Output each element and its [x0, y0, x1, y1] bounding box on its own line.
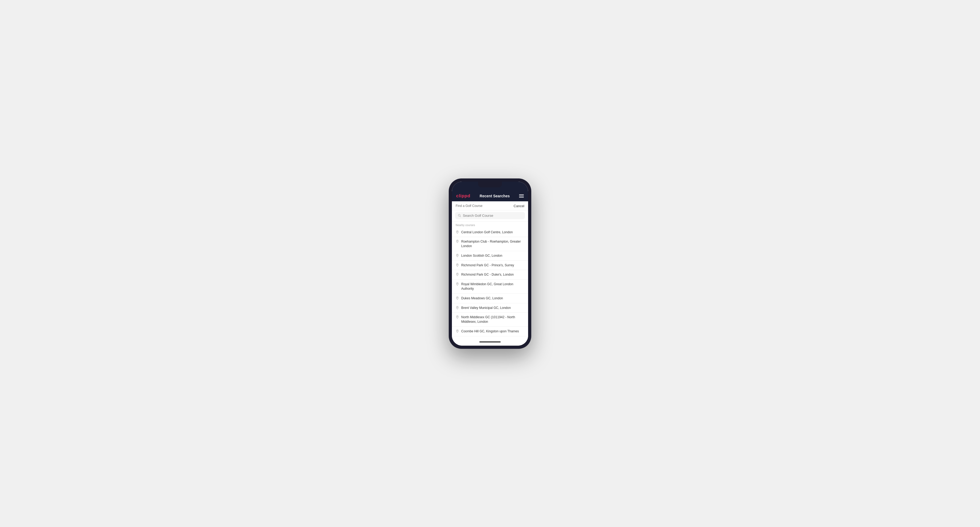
list-item[interactable]: North Middlesex GC (1011942 - North Midd…: [452, 313, 528, 327]
pin-icon: [456, 273, 459, 276]
course-name: Dukes Meadows GC, London: [461, 296, 503, 301]
course-name: Roehampton Club - Roehampton, Greater Lo…: [461, 240, 524, 248]
notch: [478, 182, 502, 187]
find-label: Find a Golf Course: [456, 204, 482, 208]
list-item[interactable]: Brent Valley Municipal GC, London: [452, 303, 528, 313]
svg-point-7: [457, 283, 458, 284]
app-title: Recent Searches: [480, 194, 510, 198]
app-content: Find a Golf Course Cancel Nearby courses…: [452, 201, 528, 338]
svg-point-11: [457, 330, 458, 331]
pin-icon: [456, 315, 459, 319]
pin-icon: [456, 329, 459, 333]
course-name: Richmond Park GC - Prince's, Surrey: [461, 263, 514, 268]
search-container: [452, 210, 528, 222]
pin-icon: [456, 282, 459, 286]
course-name: Central London Golf Centre, London: [461, 230, 513, 235]
svg-point-8: [457, 297, 458, 298]
pin-icon: [456, 230, 459, 234]
svg-point-2: [457, 231, 458, 232]
list-item[interactable]: Central London Golf Centre, London: [452, 228, 528, 237]
list-item[interactable]: Richmond Park GC - Prince's, Surrey: [452, 261, 528, 270]
pin-icon: [456, 296, 459, 300]
hamburger-line-2: [519, 196, 524, 196]
cancel-button[interactable]: Cancel: [514, 204, 524, 208]
svg-point-5: [457, 264, 458, 265]
pin-icon: [456, 254, 459, 257]
course-name: Royal Wimbledon GC, Great London Authori…: [461, 282, 524, 291]
hamburger-line-1: [519, 194, 524, 195]
app-logo: clippd: [456, 193, 470, 198]
phone-screen: clippd Recent Searches Find a Golf Cours…: [452, 182, 528, 346]
list-item[interactable]: Royal Wimbledon GC, Great London Authori…: [452, 279, 528, 294]
phone-bottom: [452, 338, 528, 346]
list-item[interactable]: Dukes Meadows GC, London: [452, 294, 528, 303]
course-name: North Middlesex GC (1011942 - North Midd…: [461, 315, 524, 324]
home-indicator: [479, 341, 501, 343]
svg-point-0: [458, 214, 460, 216]
search-input-wrapper: [455, 212, 525, 219]
list-item[interactable]: Roehampton Club - Roehampton, Greater Lo…: [452, 237, 528, 251]
course-name: Richmond Park GC - Duke's, London: [461, 272, 514, 277]
svg-point-4: [457, 255, 458, 256]
search-icon: [458, 214, 461, 217]
svg-point-6: [457, 274, 458, 275]
svg-point-10: [457, 316, 458, 317]
list-item[interactable]: Richmond Park GC - Duke's, London: [452, 270, 528, 279]
hamburger-icon[interactable]: [519, 194, 524, 198]
svg-point-3: [457, 241, 458, 241]
pin-icon: [456, 264, 459, 267]
pin-icon: [456, 240, 459, 243]
course-name: Coombe Hill GC, Kingston upon Thames: [461, 329, 519, 334]
course-name: London Scottish GC, London: [461, 254, 502, 258]
list-item[interactable]: Coombe Hill GC, Kingston upon Thames: [452, 327, 528, 337]
nearby-courses-label: Nearby courses: [452, 222, 528, 228]
list-item[interactable]: London Scottish GC, London: [452, 251, 528, 261]
svg-point-9: [457, 307, 458, 308]
svg-line-1: [460, 216, 461, 217]
course-name: Brent Valley Municipal GC, London: [461, 306, 511, 310]
app-header: clippd Recent Searches: [452, 191, 528, 201]
search-input[interactable]: [463, 214, 522, 217]
phone-top-bar: [452, 182, 528, 191]
pin-icon: [456, 306, 459, 310]
find-bar: Find a Golf Course Cancel: [452, 201, 528, 210]
phone-frame: clippd Recent Searches Find a Golf Cours…: [449, 178, 531, 349]
course-list: Central London Golf Centre, LondonRoeham…: [452, 228, 528, 338]
hamburger-line-3: [519, 197, 524, 198]
